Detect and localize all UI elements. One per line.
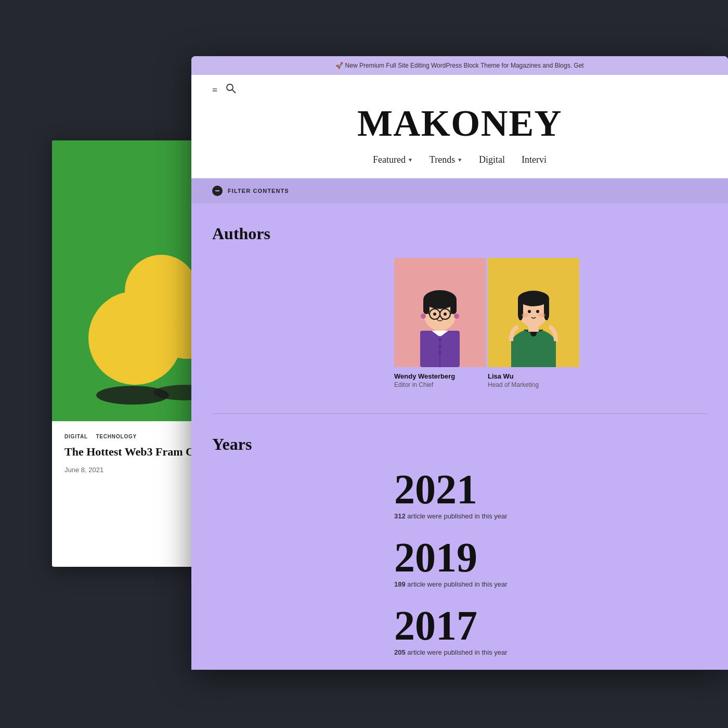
svg-point-42 [536, 310, 539, 313]
browser-window: 🚀 New Premium Full Site Editing WordPres… [191, 56, 728, 670]
svg-point-28 [438, 345, 441, 348]
year-2019-count: 189 article were published in this year [394, 580, 707, 588]
notification-text: 🚀 New Premium Full Site Editing WordPres… [335, 62, 583, 69]
year-2021: 2021 [394, 469, 707, 510]
trends-dropdown-arrow: ▼ [457, 157, 462, 163]
year-item-2017[interactable]: 2017 205 article were published in this … [212, 605, 707, 656]
author-image-lisa [488, 258, 579, 367]
years-section: Years 2021 312 article were published in… [212, 435, 707, 656]
years-section-title: Years [212, 435, 707, 454]
svg-point-43 [522, 313, 529, 317]
author-wendy-name: Wendy Westerberg [394, 372, 486, 380]
year-item-2019[interactable]: 2019 189 article were published in this … [212, 537, 707, 588]
main-content: Authors [191, 203, 728, 670]
authors-grid: Wendy Westerberg Editor in Chief [394, 258, 707, 388]
header-top: ≡ [212, 83, 707, 96]
svg-point-29 [438, 351, 441, 354]
main-nav: Featured ▼ Trends ▼ Digital Intervi [212, 150, 707, 170]
header-icons: ≡ [212, 83, 236, 96]
year-item-2021[interactable]: 2021 312 article were published in this … [212, 469, 707, 520]
year-2017-count: 205 article were published in this year [394, 648, 707, 656]
author-wendy-role: Editor in Chief [394, 381, 486, 388]
svg-rect-14 [423, 298, 430, 314]
svg-point-3 [125, 255, 198, 328]
svg-point-22 [444, 313, 447, 316]
notification-bar: 🚀 New Premium Full Site Editing WordPres… [191, 56, 728, 75]
nav-featured[interactable]: Featured ▼ [373, 154, 413, 165]
svg-point-41 [528, 310, 531, 313]
filter-label[interactable]: FILTER CONTENTS [228, 188, 289, 194]
author-card-lisa[interactable]: Lisa Wu Head of Marketing [488, 258, 579, 388]
nav-trends[interactable]: Trends ▼ [430, 154, 462, 165]
author-image-wendy [394, 258, 486, 367]
year-2017: 2017 [394, 605, 707, 646]
svg-point-27 [438, 339, 441, 342]
filter-icon[interactable] [212, 186, 223, 196]
svg-point-21 [433, 313, 436, 316]
site-title: MAKONEY [212, 105, 707, 142]
svg-rect-15 [450, 298, 457, 314]
featured-dropdown-arrow: ▼ [408, 157, 413, 163]
author-card-wendy[interactable]: Wendy Westerberg Editor in Chief [394, 258, 486, 388]
svg-point-24 [454, 314, 459, 319]
hamburger-icon[interactable]: ≡ [212, 85, 217, 95]
svg-line-8 [232, 90, 236, 93]
author-lisa-role: Head of Marketing [488, 381, 579, 388]
site-header: ≡ MAKONEY Featured ▼ Trends ▼ Digita [191, 75, 728, 178]
section-divider [212, 413, 707, 414]
search-icon[interactable] [226, 83, 236, 96]
authors-section-title: Authors [212, 224, 707, 243]
svg-point-44 [538, 313, 545, 317]
authors-section: Authors [212, 224, 707, 388]
year-2021-count: 312 article were published in this year [394, 512, 707, 520]
filter-bar: FILTER CONTENTS [191, 178, 728, 203]
nav-interviews[interactable]: Intervi [522, 154, 547, 165]
author-lisa-name: Lisa Wu [488, 372, 579, 380]
svg-point-23 [421, 314, 426, 319]
svg-point-7 [227, 84, 233, 90]
nav-digital[interactable]: Digital [479, 154, 505, 165]
year-2019: 2019 [394, 537, 707, 578]
